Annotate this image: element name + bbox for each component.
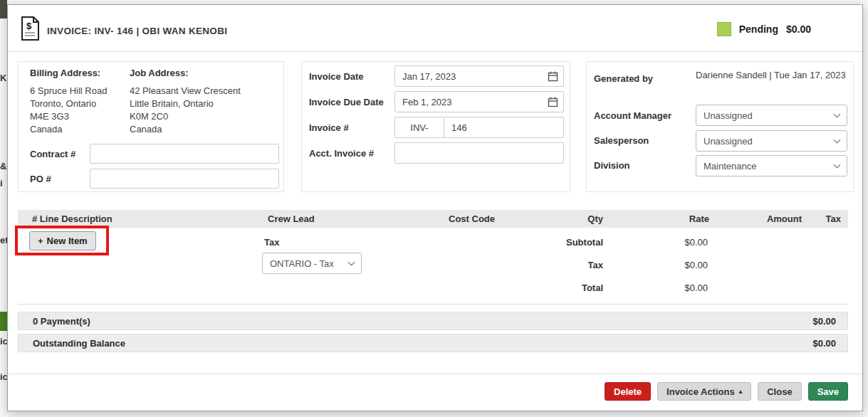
column-header-qty: Qty	[587, 213, 603, 224]
address-line: 6 Spruce Hill Road	[30, 85, 107, 97]
total-value: $0.00	[684, 283, 708, 293]
invoice-dates-panel: Invoice Date Invoice Due Date	[301, 61, 570, 192]
close-button-label: Close	[767, 386, 792, 397]
backdrop-block	[0, 0, 7, 19]
chevron-down-icon	[834, 136, 841, 143]
status-color-chip	[717, 22, 731, 36]
division-value: Maintenance	[704, 161, 756, 171]
contract-number-input[interactable]	[90, 144, 279, 164]
delete-button[interactable]: Delete	[605, 382, 651, 401]
account-manager-value: Unassigned	[704, 110, 753, 121]
page-title: INVOICE: INV- 146 | OBI WAN KENOBI	[47, 26, 227, 36]
billing-address-label: Billing Address:	[30, 68, 100, 78]
invoice-due-date-input[interactable]	[394, 91, 564, 112]
save-button-label: Save	[817, 386, 839, 397]
division-label: Division	[594, 160, 630, 171]
invoice-modal: $ INVOICE: INV- 146 | OBI WAN KENOBI Pen…	[7, 4, 863, 411]
column-header-rate: Rate	[689, 213, 709, 224]
payments-row[interactable]: 0 Payment(s) $0.00	[18, 312, 848, 330]
invoice-due-date-label: Invoice Due Date	[309, 97, 384, 107]
invoice-number-input[interactable]	[444, 117, 564, 138]
subtotal-label: Subtotal	[566, 237, 603, 248]
salesperson-select[interactable]: Unassigned	[696, 130, 847, 152]
job-address-lines: 42 Pleasant View Crescent Little Britain…	[130, 85, 241, 136]
chevron-down-icon	[348, 258, 355, 265]
new-item-button-label: New Item	[47, 236, 88, 246]
address-line: M4E 3G3	[30, 110, 107, 123]
contract-number-label: Contract #	[30, 149, 75, 159]
status-amount: $0.00	[786, 23, 811, 35]
chevron-down-icon	[834, 161, 841, 168]
outstanding-balance-row[interactable]: Outstanding Balance $0.00	[18, 334, 848, 352]
address-line: K0M 2C0	[130, 110, 241, 123]
tax-label: Tax	[264, 237, 279, 248]
calendar-icon[interactable]	[548, 71, 558, 85]
address-line: Canada	[130, 123, 241, 136]
backdrop-fragment: &	[0, 161, 6, 171]
account-manager-select[interactable]: Unassigned	[696, 105, 847, 126]
subtotal-value: $0.00	[684, 237, 708, 248]
svg-text:$: $	[26, 21, 32, 31]
billing-address-lines: 6 Spruce Hill Road Toronto, Ontario M4E …	[30, 85, 107, 136]
job-address-label: Job Address:	[130, 68, 189, 78]
po-number-label: PO #	[30, 174, 51, 184]
new-item-button[interactable]: + New Item	[29, 231, 96, 250]
address-line: Canada	[30, 123, 107, 136]
address-line: Little Britain, Ontario	[130, 97, 241, 110]
division-select[interactable]: Maintenance	[696, 155, 847, 176]
tax-total-label: Tax	[588, 260, 603, 270]
status-label: Pending	[739, 23, 778, 35]
billing-address-panel: Billing Address: Job Address: 6 Spruce H…	[18, 61, 284, 192]
tax-select-value: ONTARIO - Tax	[270, 258, 334, 269]
acct-invoice-number-input[interactable]	[394, 142, 564, 164]
footer-divider	[8, 374, 862, 374]
backdrop-fragment: i	[0, 178, 3, 189]
section-divider	[18, 304, 848, 305]
account-manager-label: Account Manager	[594, 110, 671, 121]
invoice-number-label: Invoice #	[309, 122, 349, 133]
column-header-line-description: # Line Description	[32, 213, 113, 224]
address-line: 42 Pleasant View Crescent	[130, 85, 241, 97]
modal-header: $ INVOICE: INV- 146 | OBI WAN KENOBI Pen…	[8, 5, 862, 52]
plus-icon: +	[38, 236, 43, 246]
generated-by-label: Generated by	[594, 73, 653, 84]
close-button[interactable]: Close	[758, 382, 801, 401]
invoice-document-icon: $	[21, 16, 40, 43]
generated-by-value: Darienne Sandell | Tue Jan 17, 2023	[696, 69, 847, 82]
column-header-cost-code: Cost Code	[449, 213, 495, 224]
column-header-crew-lead: Crew Lead	[268, 213, 315, 224]
outstanding-balance-label: Outstanding Balance	[33, 338, 125, 349]
delete-button-label: Delete	[614, 386, 642, 397]
footer-buttons: Delete Invoice Actions ▴ Close Save	[605, 382, 848, 401]
tax-total-value: $0.00	[684, 260, 708, 270]
calendar-icon[interactable]	[548, 97, 558, 110]
tax-select[interactable]: ONTARIO - Tax	[262, 253, 362, 274]
column-header-tax: Tax	[826, 213, 841, 224]
total-label: Total	[582, 283, 603, 293]
outstanding-balance-value: $0.00	[812, 338, 836, 349]
invoice-date-input[interactable]	[394, 65, 564, 87]
column-header-amount: Amount	[767, 213, 802, 224]
address-line: Toronto, Ontario	[30, 97, 107, 110]
chevron-down-icon	[834, 110, 841, 117]
backdrop-green-block	[0, 312, 7, 331]
save-button[interactable]: Save	[808, 382, 848, 401]
salesperson-label: Salesperson	[594, 135, 649, 146]
invoice-actions-label: Invoice Actions	[666, 386, 735, 397]
invoice-date-label: Invoice Date	[309, 71, 364, 82]
line-items-header: # Line Description Crew Lead Cost Code Q…	[18, 210, 848, 228]
invoice-number-prefix-input[interactable]	[394, 117, 444, 138]
payments-row-label: 0 Payment(s)	[33, 316, 90, 327]
invoice-meta-panel: Generated by Darienne Sandell | Tue Jan …	[586, 61, 854, 192]
invoice-actions-button[interactable]: Invoice Actions ▴	[657, 382, 751, 401]
po-number-input[interactable]	[90, 169, 279, 189]
caret-up-icon: ▴	[739, 388, 743, 395]
status-badge: Pending $0.00	[717, 22, 811, 36]
salesperson-value: Unassigned	[704, 136, 753, 147]
payments-row-value: $0.00	[812, 316, 836, 327]
acct-invoice-number-label: Acct. Invoice #	[309, 148, 374, 159]
